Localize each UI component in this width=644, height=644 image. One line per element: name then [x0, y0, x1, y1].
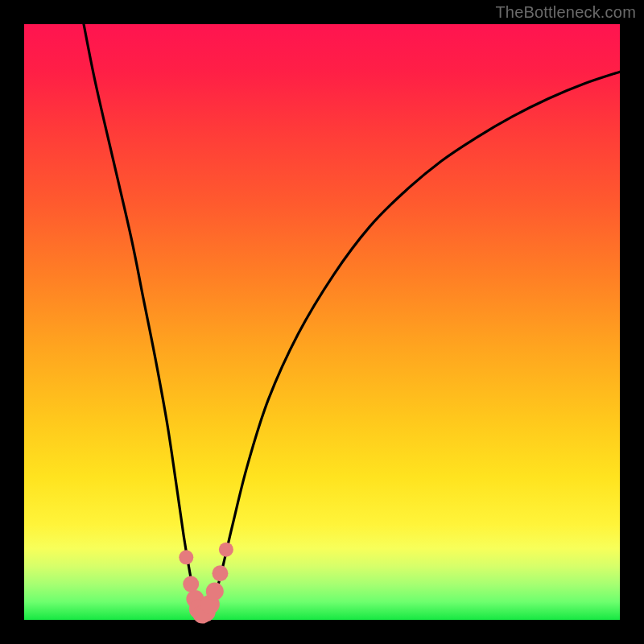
highlight-dot	[212, 565, 228, 581]
chart-frame: TheBottleneck.com	[0, 0, 644, 644]
watermark-text: TheBottleneck.com	[495, 3, 636, 22]
highlight-dot	[206, 582, 224, 600]
highlight-dot	[183, 576, 199, 592]
highlight-dots	[179, 543, 233, 624]
curve-svg	[24, 24, 620, 620]
highlight-dot	[179, 550, 193, 564]
plot-area	[24, 24, 620, 620]
highlight-dot	[219, 543, 233, 557]
bottleneck-curve	[84, 24, 620, 615]
